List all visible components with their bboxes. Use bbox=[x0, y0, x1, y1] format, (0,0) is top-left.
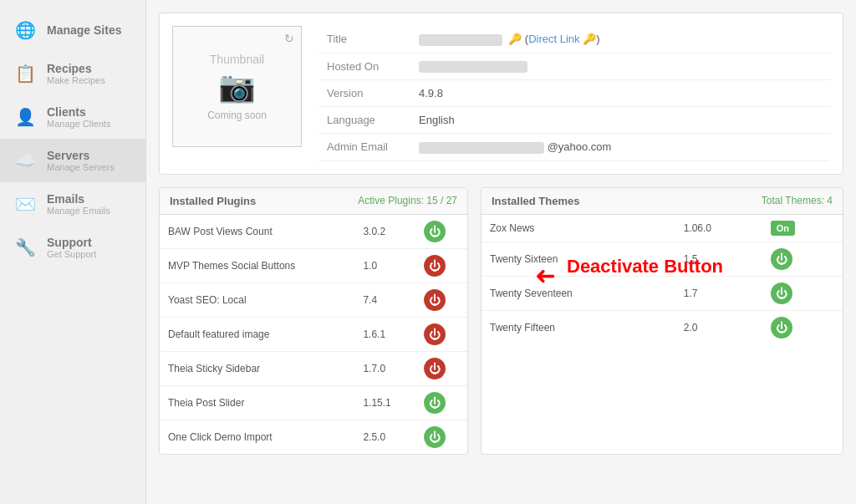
table-row: Theia Post Slider 1.15.1 ⏻ bbox=[160, 385, 467, 420]
plugin-version: 1.6.1 bbox=[354, 317, 415, 351]
table-row: Yoast SEO: Local 7.4 ⏻ bbox=[160, 283, 467, 317]
theme-activate-button[interactable]: ⏻ bbox=[771, 248, 792, 270]
themes-panel-header: Installed Themes Total Themes: 4 bbox=[482, 188, 843, 215]
hosted-on-value-blurred bbox=[419, 61, 527, 73]
plugin-version: 1.7.0 bbox=[354, 351, 415, 385]
plugin-activate-button[interactable]: ⏻ bbox=[424, 392, 446, 414]
theme-name: Twenty Seventeen bbox=[482, 276, 675, 310]
plugins-panel-header: Installed Plugins Active Plugins: 15 / 2… bbox=[160, 188, 467, 215]
plugin-deactivate-button[interactable]: ⏻ bbox=[424, 255, 446, 277]
plugin-deactivate-button[interactable]: ⏻ bbox=[424, 323, 446, 345]
emails-icon: ✉️ bbox=[12, 191, 38, 217]
title-row: Title 🔑 (Direct Link 🔑) bbox=[318, 26, 830, 53]
admin-email-label: Admin Email bbox=[318, 134, 410, 161]
themes-panel: Installed Themes Total Themes: 4 Zox New… bbox=[481, 187, 843, 455]
table-row: Zox News 1.06.0 On bbox=[482, 215, 843, 242]
plugin-name: Theia Post Slider bbox=[160, 385, 354, 420]
table-row: One Click Demo Import 2.5.0 ⏻ bbox=[160, 420, 467, 454]
plugins-panel-count: Active Plugins: 15 / 27 bbox=[358, 195, 457, 206]
title-label: Title bbox=[318, 26, 410, 53]
language-value: English bbox=[410, 107, 830, 134]
plugin-name: MVP Themes Social Buttons bbox=[160, 248, 354, 283]
plugins-panel: Installed Plugins Active Plugins: 15 / 2… bbox=[159, 187, 468, 455]
recipes-icon: 📋 bbox=[12, 60, 38, 87]
plugin-deactivate-button[interactable]: ⏻ bbox=[424, 358, 446, 379]
version-row: Version 4.9.8 bbox=[318, 80, 830, 107]
plugin-version: 1.0 bbox=[354, 248, 415, 283]
plugin-version: 3.0.2 bbox=[354, 215, 415, 249]
themes-panel-count: Total Themes: 4 bbox=[762, 195, 833, 206]
themes-table: Zox News 1.06.0 On Twenty Sixteen 1.5 ⏻ bbox=[482, 215, 843, 344]
sidebar: 🌐 Manage Sites 📋 Recipes Make Recipes 👤 … bbox=[0, 0, 146, 504]
table-row: MVP Themes Social Buttons 1.0 ⏻ bbox=[160, 248, 467, 283]
plugin-name: BAW Post Views Count bbox=[160, 215, 354, 249]
plugin-name: Default featured image bbox=[160, 317, 354, 351]
sidebar-item-recipes[interactable]: 📋 Recipes Make Recipes bbox=[0, 52, 145, 95]
themes-panel-title: Installed Themes bbox=[492, 195, 579, 207]
main-content: ↻ Thumbnail 📷 Coming soon Title 🔑 (Direc… bbox=[146, 0, 856, 504]
theme-name: Twenty Fifteen bbox=[482, 310, 675, 344]
thumbnail-box: ↻ Thumbnail 📷 Coming soon bbox=[172, 26, 302, 147]
theme-version: 1.06.0 bbox=[675, 215, 762, 242]
theme-version: 2.0 bbox=[675, 310, 762, 344]
theme-activate-button[interactable]: ⏻ bbox=[771, 317, 792, 339]
plugin-version: 1.15.1 bbox=[354, 385, 415, 420]
coming-soon-text: Coming soon bbox=[207, 109, 267, 121]
site-info-table: Title 🔑 (Direct Link 🔑) Hosted On Versio… bbox=[318, 26, 830, 161]
servers-icon: ☁️ bbox=[12, 147, 38, 174]
theme-on-button[interactable]: On bbox=[771, 221, 795, 236]
plugin-version: 7.4 bbox=[354, 283, 415, 317]
plugin-deactivate-button[interactable]: ⏻ bbox=[424, 289, 446, 311]
theme-version: 1.5 bbox=[675, 242, 762, 276]
language-label: Language bbox=[318, 107, 410, 134]
sidebar-item-support[interactable]: 🔧 Support Get Support bbox=[0, 226, 145, 269]
table-row: Twenty Seventeen 1.7 ⏻ bbox=[482, 276, 843, 310]
theme-version: 1.7 bbox=[675, 276, 762, 310]
sidebar-item-clients[interactable]: 👤 Clients Manage Clients bbox=[0, 95, 145, 139]
version-label: Version bbox=[318, 80, 410, 107]
plugin-name: Theia Sticky Sidebar bbox=[160, 351, 354, 385]
plugin-name: Yoast SEO: Local bbox=[160, 283, 354, 317]
language-row: Language English bbox=[318, 107, 830, 134]
plugin-version: 2.5.0 bbox=[354, 420, 415, 454]
theme-name: Twenty Sixteen bbox=[482, 242, 675, 276]
sidebar-item-manage-sites[interactable]: 🌐 Manage Sites bbox=[0, 8, 145, 52]
admin-email-suffix: @yahoo.com bbox=[548, 140, 612, 153]
sidebar-item-emails[interactable]: ✉️ Emails Manage Emails bbox=[0, 182, 145, 226]
table-row: Theia Sticky Sidebar 1.7.0 ⏻ bbox=[160, 351, 467, 385]
table-row: Twenty Sixteen 1.5 ⏻ bbox=[482, 242, 843, 276]
table-row: BAW Post Views Count 3.0.2 ⏻ bbox=[160, 215, 467, 249]
refresh-icon[interactable]: ↻ bbox=[284, 32, 294, 45]
plugins-panel-title: Installed Plugins bbox=[170, 195, 256, 207]
site-info-section: ↻ Thumbnail 📷 Coming soon Title 🔑 (Direc… bbox=[159, 13, 843, 175]
sidebar-item-servers[interactable]: ☁️ Servers Manage Servers bbox=[0, 139, 145, 182]
plugin-activate-button[interactable]: ⏻ bbox=[424, 426, 446, 448]
plugin-activate-button[interactable]: ⏻ bbox=[424, 221, 446, 242]
hosted-on-row: Hosted On bbox=[318, 53, 830, 80]
thumbnail-label: Thumbnail bbox=[210, 53, 264, 66]
plugins-table: BAW Post Views Count 3.0.2 ⏻ MVP Themes … bbox=[160, 215, 467, 454]
hosted-on-label: Hosted On bbox=[318, 53, 410, 80]
bottom-panels: Installed Plugins Active Plugins: 15 / 2… bbox=[159, 187, 843, 455]
theme-activate-button[interactable]: ⏻ bbox=[771, 283, 792, 304]
direct-link[interactable]: Direct Link bbox=[528, 33, 579, 45]
version-value: 4.9.8 bbox=[410, 80, 830, 107]
admin-email-row: Admin Email @yahoo.com bbox=[318, 134, 830, 161]
clients-icon: 👤 bbox=[12, 104, 38, 130]
plugin-name: One Click Demo Import bbox=[160, 420, 354, 454]
camera-icon: 📷 bbox=[218, 69, 256, 104]
title-value-blurred bbox=[419, 34, 502, 46]
support-icon: 🔧 bbox=[12, 234, 38, 261]
admin-email-blurred bbox=[419, 142, 544, 154]
sites-icon: 🌐 bbox=[12, 17, 38, 43]
theme-name: Zox News bbox=[482, 215, 675, 242]
table-row: Twenty Fifteen 2.0 ⏻ bbox=[482, 310, 843, 344]
table-row: Default featured image 1.6.1 ⏻ bbox=[160, 317, 467, 351]
